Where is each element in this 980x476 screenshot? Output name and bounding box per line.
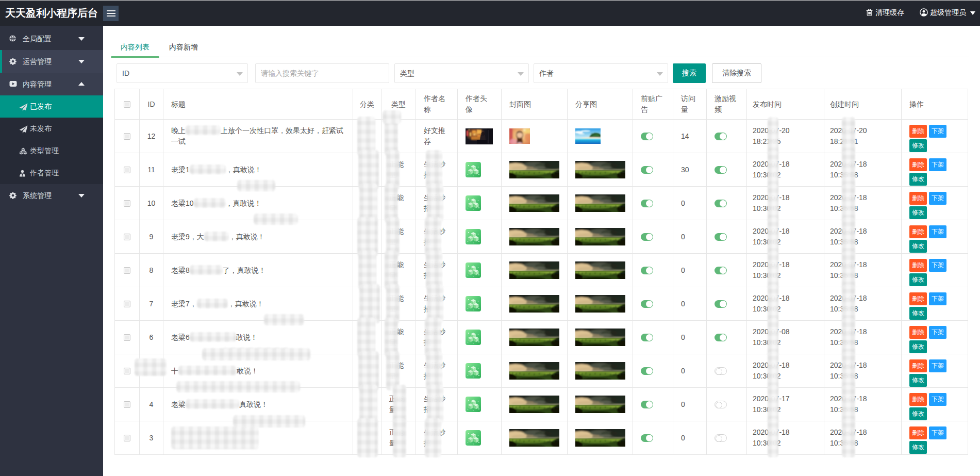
sidebar-item-1[interactable]: 运营管理 bbox=[0, 50, 103, 73]
delete-button[interactable]: 删除 bbox=[909, 393, 927, 406]
row-checkbox[interactable] bbox=[124, 167, 130, 173]
content-table-wrap: ID标题分类类型作者名称作者头像封面图分享图前贴广告访问量激励视频发布时间创建时… bbox=[114, 89, 968, 455]
author-avatar-image bbox=[466, 262, 481, 278]
sidebar-collapse-button[interactable] bbox=[103, 6, 119, 21]
edit-button[interactable]: 修改 bbox=[909, 340, 927, 353]
row-checkbox[interactable] bbox=[124, 133, 130, 140]
edit-button[interactable]: 修改 bbox=[909, 307, 927, 320]
delete-button[interactable]: 删除 bbox=[909, 125, 927, 138]
row-checkbox[interactable] bbox=[124, 368, 130, 374]
row-checkbox[interactable] bbox=[124, 301, 130, 307]
offline-button[interactable]: 下架 bbox=[929, 125, 946, 138]
preroll-ad-toggle[interactable] bbox=[641, 334, 653, 341]
preroll-ad-toggle[interactable] bbox=[641, 267, 653, 274]
delete-button[interactable]: 删除 bbox=[909, 259, 927, 272]
sidebar-item-5[interactable]: 类型管理 bbox=[0, 140, 103, 162]
sidebar-item-3[interactable]: 已发布 bbox=[0, 95, 103, 118]
gear-icon bbox=[9, 58, 16, 65]
cell-author: 生活妙招 bbox=[416, 287, 458, 321]
mosaic-blur-patch bbox=[842, 117, 855, 156]
edit-button[interactable]: 修改 bbox=[909, 407, 927, 420]
tab-1[interactable]: 内容新增 bbox=[159, 39, 208, 57]
preroll-ad-toggle[interactable] bbox=[641, 401, 653, 408]
edit-button[interactable]: 修改 bbox=[909, 374, 927, 387]
id-select[interactable]: ID bbox=[117, 63, 248, 83]
delete-button[interactable]: 删除 bbox=[909, 426, 927, 439]
offline-button[interactable]: 下架 bbox=[929, 359, 946, 372]
offline-button[interactable]: 下架 bbox=[929, 326, 946, 339]
search-button[interactable]: 搜索 bbox=[673, 63, 706, 83]
col-header-10: 访问量 bbox=[673, 89, 707, 120]
clear-cache-button[interactable]: 清理缓存 bbox=[866, 8, 904, 18]
mosaic-blur-patch bbox=[425, 418, 441, 457]
preroll-ad-toggle[interactable] bbox=[641, 300, 653, 308]
offline-button[interactable]: 下架 bbox=[929, 192, 946, 205]
reward-video-toggle[interactable] bbox=[715, 334, 727, 341]
row-checkbox[interactable] bbox=[124, 435, 130, 441]
reward-video-toggle[interactable] bbox=[715, 166, 727, 174]
offline-button[interactable]: 下架 bbox=[929, 158, 946, 171]
cell-reward bbox=[707, 153, 747, 187]
cell-preroll bbox=[633, 187, 673, 220]
title-text: 晚上 bbox=[171, 126, 186, 135]
cell-reward bbox=[707, 187, 747, 220]
date-line-1: 2020-07-18 bbox=[753, 360, 816, 371]
reward-video-toggle[interactable] bbox=[715, 267, 727, 274]
reward-video-toggle[interactable] bbox=[715, 233, 727, 241]
reward-video-toggle[interactable] bbox=[715, 300, 727, 308]
reward-video-toggle[interactable] bbox=[715, 367, 727, 375]
type-select[interactable]: 类型 bbox=[394, 63, 529, 83]
tab-0[interactable]: 内容列表 bbox=[111, 39, 159, 57]
offline-button[interactable]: 下架 bbox=[929, 292, 946, 305]
edit-button[interactable]: 修改 bbox=[909, 273, 927, 286]
delete-button[interactable]: 删除 bbox=[909, 359, 927, 372]
title-text: 老梁7， bbox=[171, 300, 197, 308]
row-checkbox[interactable] bbox=[124, 234, 130, 240]
row-checkbox[interactable] bbox=[124, 334, 130, 341]
row-checkbox[interactable] bbox=[124, 401, 130, 408]
user-menu[interactable]: 超级管理员 bbox=[920, 8, 978, 18]
preroll-ad-toggle[interactable] bbox=[641, 133, 653, 140]
offline-button[interactable]: 下架 bbox=[929, 393, 946, 406]
preroll-ad-toggle[interactable] bbox=[641, 166, 653, 174]
delete-button[interactable]: 删除 bbox=[909, 158, 927, 171]
edit-button[interactable]: 修改 bbox=[909, 173, 927, 186]
preroll-ad-toggle[interactable] bbox=[641, 367, 653, 375]
reward-video-toggle[interactable] bbox=[715, 133, 727, 140]
offline-button[interactable]: 下架 bbox=[929, 426, 946, 439]
edit-button[interactable]: 修改 bbox=[909, 240, 927, 253]
edit-button[interactable]: 修改 bbox=[909, 441, 927, 454]
cell-actions: 删除下架修改 bbox=[902, 220, 968, 254]
title-text: 了，真敢说！ bbox=[223, 266, 266, 274]
delete-button[interactable]: 删除 bbox=[909, 326, 927, 339]
row-checkbox[interactable] bbox=[124, 200, 130, 207]
row-checkbox[interactable] bbox=[124, 267, 130, 274]
edit-button[interactable]: 修改 bbox=[909, 139, 927, 152]
edit-button[interactable]: 修改 bbox=[909, 206, 927, 219]
preroll-ad-toggle[interactable] bbox=[641, 233, 653, 241]
sidebar-item-6[interactable]: 作者管理 bbox=[0, 162, 103, 184]
delete-button[interactable]: 删除 bbox=[909, 292, 927, 305]
mosaic-blur-patch bbox=[842, 184, 855, 223]
sidebar-item-4[interactable]: 未发布 bbox=[0, 118, 103, 140]
cell-author: 生活妙招 bbox=[416, 254, 458, 287]
title-text: ，真敢说！ bbox=[226, 199, 262, 207]
delete-button[interactable]: 删除 bbox=[909, 225, 927, 238]
delete-button[interactable]: 删除 bbox=[909, 192, 927, 205]
offline-button[interactable]: 下架 bbox=[929, 259, 946, 272]
cell-visits: 0 bbox=[673, 354, 707, 388]
preroll-ad-toggle[interactable] bbox=[641, 200, 653, 207]
reward-video-toggle[interactable] bbox=[715, 200, 727, 207]
select-all-checkbox[interactable] bbox=[124, 101, 130, 108]
clear-button[interactable]: 清除搜索 bbox=[712, 63, 761, 83]
author-select[interactable]: 作者 bbox=[534, 63, 668, 83]
sidebar-item-0[interactable]: 全局配置 bbox=[0, 27, 103, 50]
offline-button[interactable]: 下架 bbox=[929, 225, 946, 238]
preroll-ad-toggle[interactable] bbox=[641, 434, 653, 442]
reward-video-toggle[interactable] bbox=[715, 434, 727, 442]
reward-video-toggle[interactable] bbox=[715, 401, 727, 408]
sidebar-item-7[interactable]: 系统管理 bbox=[0, 184, 103, 207]
cell-category bbox=[353, 254, 381, 287]
sidebar-item-2[interactable]: 内容管理 bbox=[0, 73, 103, 95]
keyword-search-input[interactable] bbox=[255, 63, 389, 83]
